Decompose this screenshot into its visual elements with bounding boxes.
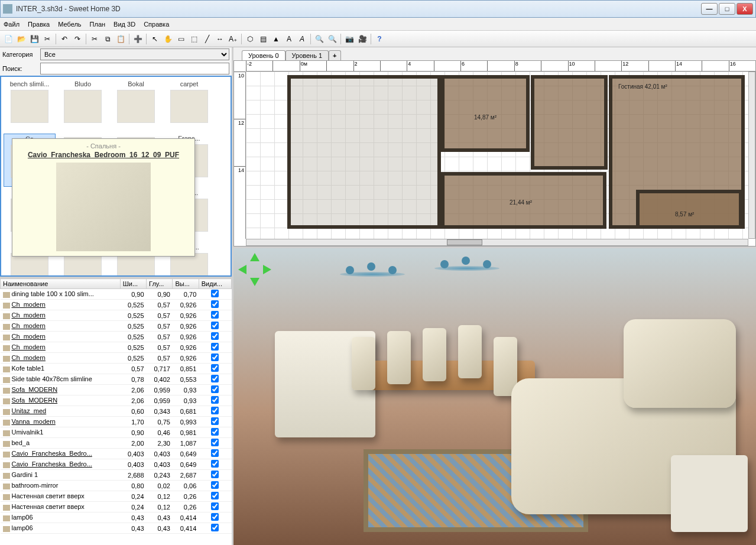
prefs-icon[interactable]: ✂ [41, 33, 53, 45]
maximize-button[interactable]: □ [719, 3, 735, 15]
save-icon[interactable]: 💾 [28, 33, 40, 45]
catalog-item[interactable]: carpet [163, 79, 215, 132]
wall-icon[interactable]: ▭ [175, 33, 187, 45]
video-icon[interactable]: 🎥 [356, 33, 368, 45]
visible-checkbox[interactable] [211, 417, 219, 425]
table-row[interactable]: dining table 100 x 100 slim...0,900,900,… [1, 289, 232, 300]
table-row[interactable]: Ch_modern0,5250,570,926 [1, 332, 232, 342]
visible-checkbox[interactable] [211, 428, 219, 436]
help-icon[interactable]: ? [374, 33, 385, 45]
photo-icon[interactable]: 📷 [343, 33, 355, 45]
text-icon[interactable]: A₊ [227, 33, 239, 45]
tab-level-1[interactable]: Уровень 1 [285, 50, 329, 60]
zoom-in-icon[interactable]: 🔍 [313, 33, 325, 45]
select-icon[interactable]: ↖ [149, 33, 161, 45]
visible-checkbox[interactable] [211, 407, 219, 414]
table-row[interactable]: Ch_modern0,5250,570,926 [1, 321, 232, 332]
room-icon[interactable]: ⬚ [188, 33, 200, 45]
nav-right-icon[interactable] [263, 265, 271, 274]
table-row[interactable]: Ch_modern0,5250,570,926 [1, 310, 232, 321]
table-row[interactable]: Cavio_Francheska_Bedro...0,4030,4030,649 [1, 459, 232, 470]
visible-checkbox[interactable] [211, 343, 219, 351]
column-header[interactable]: Ши... [120, 279, 146, 289]
table-row[interactable]: Настенная светит вверх0,240,120,26 [1, 491, 232, 502]
search-input[interactable] [40, 63, 229, 74]
visible-checkbox[interactable] [211, 502, 219, 510]
menu-plan[interactable]: План [90, 21, 106, 28]
zoom-out-icon[interactable]: 🔍 [326, 33, 338, 45]
3d-icon[interactable]: ▲ [270, 33, 282, 45]
undo-icon[interactable]: ↶ [59, 33, 70, 45]
table-row[interactable]: Настенная светит вверх0,240,120,26 [1, 502, 232, 512]
table-row[interactable]: Kofe table10,570,7170,851 [1, 364, 232, 374]
menu-3dview[interactable]: Вид 3D [113, 21, 135, 28]
catalog-item[interactable]: bench slimli... [4, 79, 56, 132]
redo-icon[interactable]: ↷ [72, 33, 83, 45]
3d-nav-pad[interactable] [238, 253, 271, 286]
visible-checkbox[interactable] [211, 439, 219, 446]
font-bold-icon[interactable]: A [283, 33, 295, 45]
pan-icon[interactable]: ✋ [162, 33, 174, 45]
nav-up-icon[interactable] [250, 253, 259, 261]
visible-checkbox[interactable] [211, 385, 219, 393]
cut-icon[interactable]: ✂ [89, 33, 100, 45]
floorplan-canvas[interactable]: 14,87 м² Гостиная 42,01 м² 21,44 м² 8,57… [246, 72, 748, 239]
menu-furniture[interactable]: Мебель [58, 21, 81, 28]
table-row[interactable]: lamp060,430,430,414 [1, 512, 232, 523]
visible-checkbox[interactable] [211, 396, 219, 404]
column-header[interactable]: Види... [199, 279, 231, 289]
furniture-list[interactable]: НаименованиеШи...Глу...Вы...Види... dini… [0, 277, 232, 545]
menu-edit[interactable]: Правка [28, 21, 50, 28]
plan-scrollbar-v[interactable] [748, 72, 755, 239]
nav-left-icon[interactable] [238, 265, 246, 274]
visible-checkbox[interactable] [211, 332, 219, 340]
compass-icon[interactable]: ⬡ [244, 33, 256, 45]
table-row[interactable]: Unitaz_med0,600,3430,681 [1, 406, 232, 417]
visible-checkbox[interactable] [211, 513, 219, 521]
category-select[interactable]: Все [40, 48, 229, 60]
minimize-button[interactable]: — [701, 3, 718, 15]
table-row[interactable]: Sofa_MODERN2,060,9590,93 [1, 385, 232, 395]
visible-checkbox[interactable] [211, 524, 219, 531]
floor-plan[interactable]: -20м246810121416 101214 14,87 м² Гостина… [233, 60, 756, 246]
column-header[interactable]: Глу... [147, 279, 173, 289]
table-row[interactable]: bed_a2,002,301,087 [1, 438, 232, 449]
visible-checkbox[interactable] [211, 290, 219, 297]
font-italic-icon[interactable]: A [296, 33, 308, 45]
visible-checkbox[interactable] [211, 322, 219, 329]
furniture-catalog[interactable]: - Спальня - Cavio_Francheska_Bedroom_16_… [0, 76, 232, 277]
nav-down-icon[interactable] [250, 278, 259, 286]
new-icon[interactable]: 📄 [2, 33, 14, 45]
table-row[interactable]: Ch_modern0,5250,570,926 [1, 342, 232, 353]
open-icon[interactable]: 📂 [15, 33, 27, 45]
3d-view[interactable] [233, 248, 756, 545]
visible-checkbox[interactable] [211, 460, 219, 468]
table-row[interactable]: Vanna_modern1,700,750,993 [1, 417, 232, 427]
table-row[interactable]: Side table 40x78cm slimline0,780,4020,55… [1, 374, 232, 385]
close-button[interactable]: X [736, 3, 753, 15]
visible-checkbox[interactable] [211, 375, 219, 382]
tab-add-level[interactable]: + [329, 50, 340, 60]
menu-file[interactable]: Файл [4, 21, 20, 28]
add-furniture-icon[interactable]: ➕ [132, 33, 144, 45]
catalog-item[interactable]: Bokal [110, 79, 162, 132]
table-row[interactable]: Gardini 12,6880,2432,687 [1, 470, 232, 481]
copy-icon[interactable]: ⧉ [102, 33, 113, 45]
table-row[interactable]: Sofa_MODERN2,060,9590,93 [1, 395, 232, 406]
column-header[interactable]: Наименование [1, 279, 121, 289]
level-icon[interactable]: ▤ [257, 33, 269, 45]
visible-checkbox[interactable] [211, 311, 219, 319]
table-row[interactable]: lamp060,430,430,414 [1, 523, 232, 534]
table-row[interactable]: Umivalnik10,900,460,981 [1, 427, 232, 438]
visible-checkbox[interactable] [211, 300, 219, 308]
catalog-item[interactable]: Bludo [57, 79, 109, 132]
tab-level-0[interactable]: Уровень 0 [242, 50, 285, 60]
table-row[interactable]: Ch_modern0,5250,570,926 [1, 353, 232, 364]
table-row[interactable]: Ch_modern0,5250,570,926 [1, 300, 232, 310]
polyline-icon[interactable]: ╱ [201, 33, 213, 45]
plan-scrollbar-h[interactable] [246, 239, 748, 246]
visible-checkbox[interactable] [211, 449, 219, 457]
table-row[interactable]: bathroom-mirror0,800,020,06 [1, 481, 232, 491]
paste-icon[interactable]: 📋 [115, 33, 126, 45]
menu-help[interactable]: Справка [144, 21, 169, 28]
